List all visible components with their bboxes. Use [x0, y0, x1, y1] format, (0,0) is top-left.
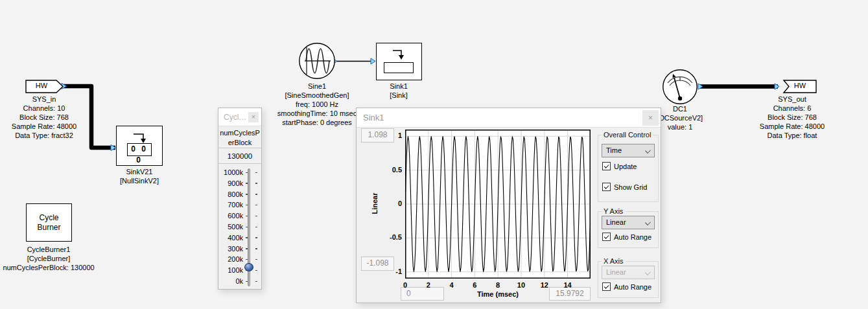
slider-scale-row: 0k	[218, 277, 263, 286]
sink1-caption: Sink1 [Sink]	[347, 82, 451, 100]
sine1-block[interactable]	[298, 42, 336, 80]
slider-param-value[interactable]: 130000	[218, 148, 261, 164]
block-prop-line: smoothingTime: 10 msec	[265, 109, 369, 118]
x-tick-label: 2	[419, 281, 438, 289]
y-auto-range-checkbox[interactable]: Auto Range	[602, 233, 651, 241]
y-scale-select-value: Linear	[606, 218, 626, 226]
y-axis-label: Linear	[371, 171, 379, 236]
block-name-label: SYS_in	[0, 95, 96, 104]
checkbox-checked-icon	[602, 233, 611, 241]
slider-scale-row: 300k	[218, 244, 263, 253]
x-auto-range-label: Auto Range	[614, 283, 651, 291]
slider-scale-row: 100k	[218, 266, 263, 275]
sink-window-title: Sink1	[363, 108, 384, 128]
slider-window-title: Cycle...	[224, 108, 247, 126]
update-checkbox-label: Update	[614, 163, 637, 170]
chevron-down-icon	[645, 148, 651, 154]
x-tick-label: 10	[511, 281, 531, 289]
x-tick-label: 6	[465, 281, 484, 289]
slider-scale-row: 1000k	[218, 168, 263, 177]
slider-scale-row: 800k	[218, 190, 263, 199]
sinkv21-block[interactable]: 0 0 0	[116, 126, 163, 166]
slider-scale-row: 600k	[218, 211, 263, 220]
block-prop-line: Data Type: float	[740, 131, 844, 140]
slider-window-close-button[interactable]: ×	[248, 112, 259, 122]
x-auto-range-checkbox[interactable]: Auto Range	[602, 282, 651, 291]
checkbox-checked-icon	[602, 282, 611, 291]
slider-param-label: numCyclesPerBlock	[218, 126, 261, 148]
sink1-block[interactable]	[376, 43, 422, 80]
block-prop-line: numCyclesPerBlock: 130000	[0, 263, 100, 272]
cycleburner-icon-text: Cycle	[39, 213, 58, 223]
slider-window-titlebar[interactable]: Cycle... ×	[218, 108, 261, 126]
sinkv21-counter-display: 0 0 0	[127, 143, 152, 156]
block-prop-line: Block Size: 768	[740, 113, 844, 122]
x-scale-select: Linear	[602, 266, 655, 279]
cycleburner-caption: CycleBurner1 [CycleBurner] numCyclesPerB…	[0, 245, 100, 272]
dc1-block[interactable]	[663, 69, 699, 105]
y-tick-label: 0.5	[382, 166, 402, 174]
block-type-label: [Sink]	[347, 91, 451, 100]
checkbox-checked-icon	[602, 162, 611, 170]
y-tick-label: 1	[382, 132, 402, 139]
block-type-label: [NullSinkV2]	[88, 176, 191, 185]
sink-window-close-button[interactable]: ×	[642, 110, 659, 126]
y-tick-label: -1	[382, 268, 402, 275]
y-tick-label: 0	[382, 200, 402, 207]
chevron-down-icon	[645, 220, 651, 225]
block-prop-line: Block Size: 768	[0, 113, 96, 122]
slider-scale-row: 700k	[218, 200, 263, 209]
block-name-label: SinkV21	[88, 167, 191, 176]
sys-in-caption: SYS_in Channels: 10 Block Size: 768 Samp…	[0, 95, 96, 140]
x-scale-select-value: Linear	[606, 268, 626, 276]
y-tick-label: -0.5	[382, 233, 402, 241]
block-prop-line: Channels: 6	[740, 104, 844, 113]
sys-in-flag-label: HW	[25, 82, 58, 89]
block-name-label: Sink1	[347, 82, 451, 91]
show-grid-checkbox-label: Show Grid	[614, 183, 647, 191]
overall-control-group-label: Overall Control	[602, 131, 653, 139]
sink1-display-icon	[384, 62, 414, 73]
scope-plot[interactable]	[405, 130, 591, 279]
x-min-readout[interactable]: 0	[401, 287, 444, 301]
slider-scale-row: 900k	[218, 179, 263, 188]
cycleburner-slider-window: Cycle... × numCyclesPerBlock 130000 1000…	[218, 108, 262, 290]
x-tick-label: 0	[395, 281, 415, 289]
sink1-scope-window: Sink1 × 1.098 -1.098 Linear Time (msec) …	[356, 108, 661, 303]
sys-out-caption: SYS_out Channels: 6 Block Size: 768 Samp…	[740, 95, 844, 140]
block-prop-line: Sample Rate: 48000	[740, 122, 844, 131]
slider-scale: 1000k900k800k700k600k500k400k300k200k100…	[218, 168, 263, 292]
x-axis-label: Time (msec)	[459, 290, 537, 298]
slider-scale-row: 500k	[218, 222, 263, 231]
slider-scale-row: 400k	[218, 233, 263, 242]
block-prop-line: Sample Rate: 48000	[0, 122, 96, 131]
pin-sink1-input[interactable]	[371, 58, 375, 64]
block-prop-line: freq: 1000 Hz	[265, 100, 369, 109]
cycleburner-block[interactable]: Cycle Burner	[26, 203, 72, 242]
y-auto-range-label: Auto Range	[614, 233, 651, 241]
x-axis-group-label: X Axis	[602, 257, 626, 265]
x-tick-label: 12	[535, 281, 554, 289]
y-scale-select[interactable]: Linear	[602, 216, 655, 229]
chevron-down-icon	[645, 269, 651, 275]
x-max-readout[interactable]: 15.9792	[549, 287, 591, 301]
x-tick-label: 4	[442, 281, 462, 289]
cycleburner-icon-text: Burner	[37, 223, 60, 233]
block-name-label: SYS_out	[740, 95, 844, 104]
block-type-label: [CycleBurner]	[0, 254, 100, 263]
x-tick-label: 8	[488, 281, 508, 289]
slider-thumb[interactable]	[244, 263, 253, 271]
block-prop-line: Channels: 10	[0, 104, 96, 113]
sys-out-flag-label: HW	[784, 82, 816, 89]
block-prop-line: Data Type: fract32	[0, 131, 96, 140]
domain-select-value: Time	[606, 146, 622, 154]
slider-scale-row: 200k	[218, 255, 263, 264]
block-prop-line: startPhase: 0 degrees	[265, 118, 369, 127]
x-tick-label: 14	[558, 281, 578, 289]
sink-window-titlebar[interactable]: Sink1 ×	[357, 108, 661, 128]
domain-select[interactable]: Time	[602, 144, 655, 157]
show-grid-checkbox[interactable]: Show Grid	[602, 183, 647, 191]
update-checkbox[interactable]: Update	[602, 162, 637, 170]
sinkv21-caption: SinkV21 [NullSinkV2]	[88, 167, 191, 185]
y-axis-group-label: Y Axis	[602, 207, 625, 215]
